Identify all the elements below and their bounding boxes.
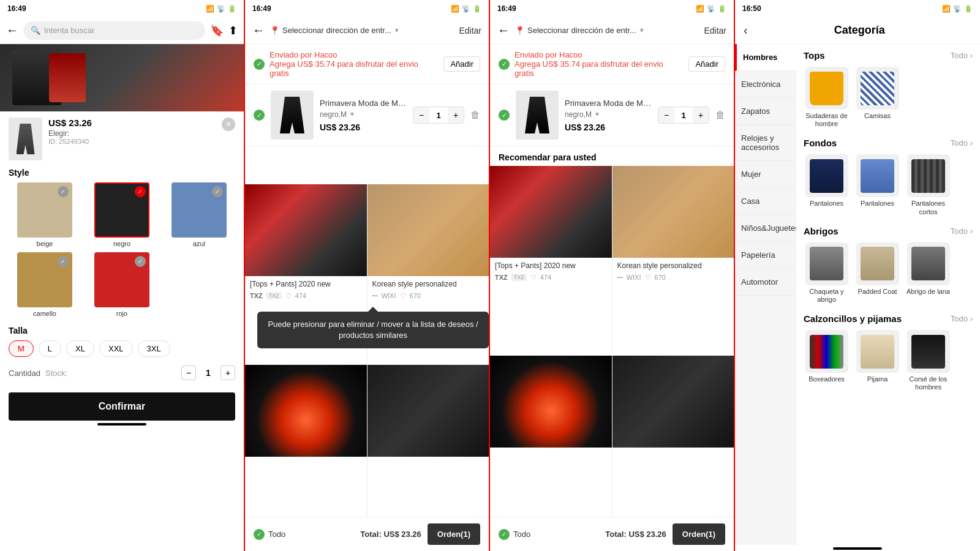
style-label-beige: beige — [37, 240, 53, 247]
back-icon-p3[interactable]: ← — [497, 23, 510, 37]
jeans-light-icon — [861, 159, 894, 193]
product-card-3-p3[interactable] — [490, 356, 612, 517]
footer-checkbox-p2[interactable]: ✓ — [254, 529, 265, 540]
style-item-camello[interactable]: ✓ camello — [9, 252, 81, 317]
order-button-p3[interactable]: Orden(1) — [673, 523, 725, 545]
cart-item-details-p2: Primavera Moda de Multi se Ci... negro,M… — [320, 99, 407, 132]
size-chip-L[interactable]: L — [39, 340, 61, 357]
cat-item-padded[interactable]: Padded Coat — [854, 242, 900, 304]
cat-section-all-abrigos[interactable]: Todo › — [951, 227, 973, 236]
size-chip-3XL[interactable]: 3XL — [138, 340, 170, 357]
size-chip-M[interactable]: M — [9, 340, 34, 357]
back-icon-p2[interactable]: ← — [252, 23, 265, 37]
cat-back-icon[interactable]: ‹ — [744, 23, 748, 37]
cart-item-variant-p2[interactable]: negro,M ▼ — [320, 110, 407, 119]
size-chip-XL[interactable]: XL — [66, 340, 94, 357]
product-thumbnail — [9, 118, 42, 160]
cart-item-variant-p3[interactable]: negro,M ▼ — [565, 110, 652, 119]
cat-items-row-fondos: Pantalones Pantalones Pantalones cortos — [804, 154, 973, 216]
cat-section-calzoncillos: Calzoncillos y pijamas Todo › Boxeadores — [804, 313, 973, 391]
cat-section-all-calzoncillos[interactable]: Todo › — [951, 314, 973, 323]
cart-address-p2[interactable]: 📍 Seleccionar dirección de entr... ▼ — [270, 26, 454, 36]
product-card-meta-1-p3: TXZ TXZ ♡ 474 — [495, 274, 607, 282]
style-img-rojo: ✓ — [94, 252, 149, 307]
sidebar-item-hombres[interactable]: Hombres — [735, 44, 796, 71]
product-card-info-1-p2: [Tops + Pants] 2020 new TXZ TXZ ♡ 474 — [245, 276, 367, 305]
sidebar-item-automotor[interactable]: Automotor — [735, 269, 796, 296]
cat-item-boxeadores[interactable]: Boxeadores — [804, 330, 850, 391]
product-card-2-p3[interactable]: Korean style personalized ··· WIXI ♡ 670 — [612, 166, 734, 355]
back-icon-p1[interactable]: ← — [6, 23, 18, 37]
sidebar-item-zapatos[interactable]: Zapatos — [735, 98, 796, 125]
cat-item-sudaderas[interactable]: Sudaderas de hombre — [804, 67, 850, 128]
jeans-dark-icon — [810, 159, 843, 193]
style-item-negro[interactable]: ✓ negro — [86, 182, 158, 247]
cat-section-all-fondos[interactable]: Todo › — [951, 138, 973, 148]
footer-total-p3: Total: US$ 23.26 — [605, 530, 666, 539]
cart-qty-minus-p2[interactable]: − — [413, 107, 429, 123]
size-chip-XXL[interactable]: XXL — [99, 340, 133, 357]
shipping-banner-p2: ✓ Enviado por Hacoo Agrega US$ 35.74 par… — [245, 44, 489, 84]
cat-item-chaqueta[interactable]: Chaqueta y abrigo — [804, 242, 850, 304]
header-p1: ← 🔍 Intenta buscar 🔖 ⬆ — [0, 17, 244, 44]
confirm-button[interactable]: Confirmar — [9, 392, 235, 421]
product-card-meta-1-p2: TXZ TXZ ♡ 474 — [250, 292, 362, 300]
footer-todo-p3: Todo — [513, 530, 530, 539]
order-button-p2[interactable]: Orden(1) — [428, 523, 480, 545]
sidebar-item-casa[interactable]: Casa — [735, 188, 796, 215]
cart-address-p3[interactable]: 📍 Seleccionar dirección de entr... ▼ — [514, 26, 699, 36]
delete-icon-p2[interactable]: 🗑 — [470, 110, 480, 121]
cat-item-pijama[interactable]: Pijama — [854, 330, 900, 391]
coat-gray-icon — [911, 247, 945, 280]
qty-minus-btn[interactable]: − — [181, 365, 196, 380]
edit-button-p2[interactable]: Editar — [459, 26, 481, 36]
share-icon-p1[interactable]: ⬆ — [228, 24, 238, 37]
close-button[interactable]: ✕ — [222, 118, 235, 131]
product-card-4-p3[interactable] — [612, 356, 734, 517]
panel-cart-tooltip: 16:49 📶 📡 🔋 ← 📍 Seleccionar dirección de… — [245, 0, 490, 551]
style-item-rojo[interactable]: ✓ rojo — [86, 252, 158, 317]
style-label-azul: azul — [193, 240, 205, 247]
sidebar-item-electronica[interactable]: Electrónica — [735, 71, 796, 98]
footer-total-p2: Total: US$ 23.26 — [360, 530, 421, 539]
products-grid-p3: [Tops + Pants] 2020 new TXZ TXZ ♡ 474 Ko… — [490, 166, 734, 517]
product-card-3-p2[interactable] — [245, 365, 367, 517]
sidebar-item-papeleria[interactable]: Papelería — [735, 242, 796, 269]
add-shipping-btn-p3[interactable]: Añadir — [688, 56, 725, 72]
cat-item-label-corse: Corsé de los hombres — [905, 375, 951, 391]
style-item-beige[interactable]: ✓ beige — [9, 182, 81, 247]
qty-plus-btn[interactable]: + — [221, 365, 235, 380]
product-sheet-header: US$ 23.26 Elegir: ID: 25249340 ✕ — [9, 118, 235, 160]
edit-button-p3[interactable]: Editar — [704, 26, 726, 36]
cart-item-image-p2 — [271, 91, 314, 140]
sidebar-item-ninos[interactable]: Niños&Juguetes — [735, 215, 796, 242]
product-card-1-p3[interactable]: [Tops + Pants] 2020 new TXZ TXZ ♡ 474 — [490, 166, 612, 355]
check-icon-camello: ✓ — [58, 256, 69, 267]
cat-items-row-tops: Sudaderas de hombre Camisas — [804, 67, 973, 128]
footer-checkbox-p3[interactable]: ✓ — [499, 529, 510, 540]
cart-qty-plus-p2[interactable]: + — [448, 107, 464, 123]
cart-qty-plus-p3[interactable]: + — [693, 107, 709, 123]
cat-item-corse[interactable]: Corsé de los hombres — [905, 330, 951, 391]
cart-qty-value-p2: 1 — [429, 107, 448, 123]
cat-item-img-padded — [856, 242, 899, 285]
cart-checkbox-p3[interactable]: ✓ — [499, 110, 510, 121]
sidebar-item-mujer[interactable]: Mujer — [735, 161, 796, 188]
sidebar-item-relojes[interactable]: Relojes y accesorios — [735, 125, 796, 161]
cart-checkbox-p2[interactable]: ✓ — [254, 110, 265, 121]
cat-item-camisas[interactable]: Camisas — [854, 67, 900, 128]
cat-item-pantalones-2[interactable]: Pantalones — [854, 154, 900, 216]
search-bar-p1[interactable]: 🔍 Intenta buscar — [23, 21, 205, 40]
style-item-azul[interactable]: ✓ azul — [163, 182, 235, 247]
delete-icon-p3[interactable]: 🗑 — [715, 110, 725, 121]
cat-item-pantalones-1[interactable]: Pantalones — [804, 154, 850, 216]
cat-item-lana[interactable]: Abrigo de lana — [905, 242, 951, 304]
cat-item-pantalones-cortos[interactable]: Pantalones cortos — [905, 154, 951, 216]
product-card-4-p2[interactable] — [368, 365, 489, 517]
cat-item-img-pantalones-cortos — [907, 154, 950, 197]
pijama-icon — [861, 335, 894, 369]
cat-section-all-tops[interactable]: Todo › — [951, 51, 973, 60]
bookmark-icon-p1[interactable]: 🔖 — [210, 24, 224, 37]
cart-qty-minus-p3[interactable]: − — [658, 107, 674, 123]
add-shipping-btn-p2[interactable]: Añadir — [443, 56, 480, 72]
